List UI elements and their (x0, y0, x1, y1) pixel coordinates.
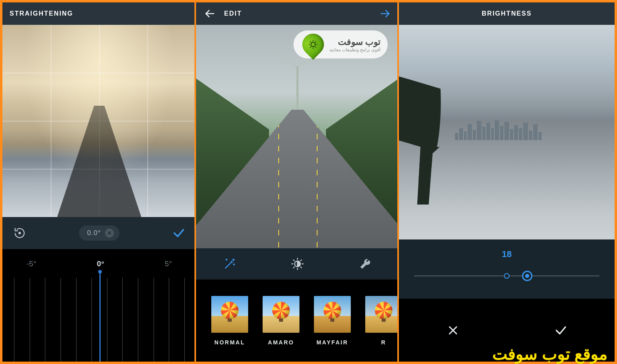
filter-thumbnail[interactable] (314, 296, 351, 333)
straighten-toolbar: 0.0° (2, 217, 196, 249)
slider-origin-marker (504, 273, 510, 279)
angle-reset-icon[interactable] (105, 229, 114, 237)
filter-label: R (381, 339, 386, 346)
title-brightness: BRIGHTNESS (482, 10, 532, 17)
crop-grid-overlay (2, 25, 196, 217)
filter-label: NORMAL (214, 339, 245, 346)
skyline-illustration (455, 119, 615, 140)
watermark-drop-icon (298, 29, 328, 60)
filter-thumbnail[interactable] (263, 296, 299, 333)
title-edit: EDIT (224, 10, 242, 17)
panel-brightness: BRIGHTNESS (399, 2, 615, 362)
header-brightness: BRIGHTNESS (399, 2, 615, 25)
header-edit: EDIT (196, 2, 399, 25)
filter-thumbnail[interactable] (365, 296, 399, 333)
filter-item-normal[interactable]: NORMAL (211, 296, 248, 346)
watermark-badge: توب سوفت أقوى برامج وتطبيقات مجانية (293, 30, 388, 58)
watermark-brand: توب سوفت (330, 37, 380, 47)
next-button[interactable] (378, 7, 392, 20)
header-straightening: STRAIGHTENING (2, 2, 196, 25)
tools-wrench-button[interactable] (353, 256, 377, 272)
watermark-tagline: أقوى برامج وتطبيقات مجانية (330, 47, 380, 52)
panel-edit: EDIT توب سوفت أقوى برامج وتطبيقات مجانية (196, 2, 399, 362)
lux-tool[interactable] (285, 256, 310, 272)
angle-readout[interactable]: 0.0° (79, 225, 119, 241)
slider-handle[interactable] (522, 271, 532, 281)
cancel-button[interactable] (399, 299, 507, 362)
filters-strip[interactable]: NORMALAMAROMAYFAIRR (196, 280, 399, 362)
filter-item-r[interactable]: R (365, 296, 399, 346)
ruler-label-left: -5° (26, 259, 36, 268)
svg-point-0 (18, 232, 21, 234)
photo-preview-edit[interactable]: توب سوفت أقوى برامج وتطبيقات مجانية (196, 25, 399, 248)
confirm-straighten-button[interactable] (172, 226, 186, 240)
svg-point-3 (311, 42, 315, 47)
site-watermark: موقع توب سوفت (492, 345, 607, 363)
title-straightening: STRAIGHTENING (10, 10, 73, 17)
rotate-90-button[interactable] (13, 226, 26, 240)
back-button[interactable] (203, 7, 217, 20)
angle-ruler[interactable]: -5° 0° 5° (2, 249, 196, 362)
filter-label: MAYFAIR (316, 339, 348, 346)
ruler-label-right: 5° (165, 259, 172, 268)
brightness-slider[interactable] (414, 270, 600, 282)
filter-item-amaro[interactable]: AMARO (263, 296, 299, 346)
filter-thumbnail[interactable] (211, 296, 248, 333)
brightness-controls: 18 (399, 239, 615, 299)
filter-label: AMARO (268, 339, 294, 346)
photo-preview-brightness[interactable] (399, 25, 615, 239)
ruler-ticks (2, 273, 196, 362)
ruler-label-center: 0° (97, 259, 104, 268)
filter-item-mayfair[interactable]: MAYFAIR (314, 296, 351, 346)
photo-preview-straightening[interactable] (2, 25, 196, 217)
angle-value: 0.0° (87, 229, 101, 237)
panel-straightening: STRAIGHTENING 0.0° (2, 2, 196, 362)
magic-wand-tool[interactable] (218, 256, 242, 272)
edit-toolbar (196, 248, 399, 280)
brightness-value: 18 (502, 249, 512, 259)
